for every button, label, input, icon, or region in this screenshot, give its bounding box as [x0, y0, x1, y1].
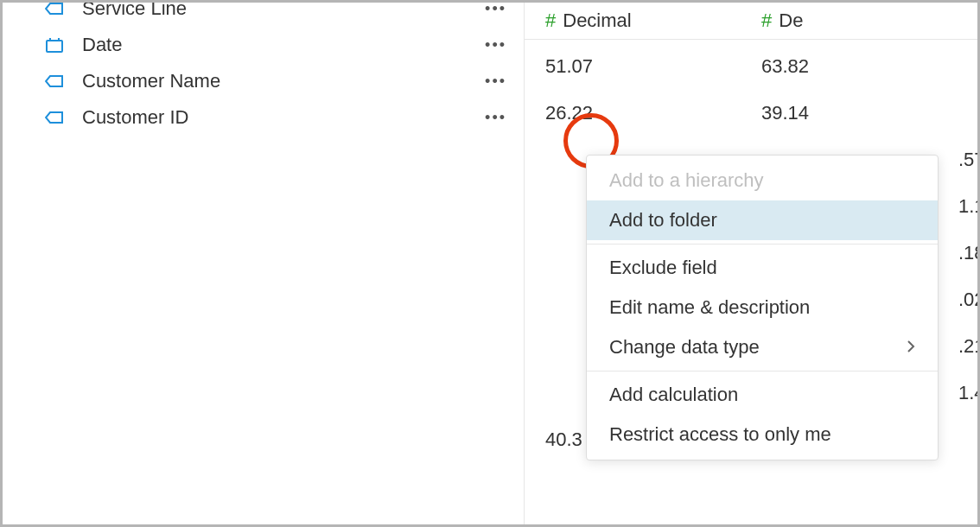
tag-icon: [44, 2, 65, 16]
svg-rect-0: [47, 41, 62, 52]
date-icon: [44, 37, 65, 53]
field-row-service-line[interactable]: Service Line •••: [13, 0, 513, 27]
menu-item-add-calculation[interactable]: Add calculation: [587, 375, 938, 415]
column-label: Decimal: [563, 10, 631, 32]
field-row-customer-name[interactable]: Customer Name •••: [13, 63, 513, 99]
field-actions-button[interactable]: •••: [478, 36, 513, 54]
field-actions-button[interactable]: •••: [478, 73, 513, 91]
menu-item-edit-name[interactable]: Edit name & description: [587, 288, 938, 327]
column-label: De: [779, 10, 803, 32]
table-row: 51.07 63.82: [525, 43, 977, 90]
menu-item-restrict-access[interactable]: Restrict access to only me: [587, 415, 938, 454]
column-header-decimal-1[interactable]: # Decimal: [545, 10, 761, 32]
menu-item-label: Restrict access to only me: [609, 423, 831, 446]
table-row: 26.22 39.14: [525, 90, 977, 137]
menu-item-label: Add to folder: [609, 209, 717, 232]
data-cell[interactable]: 63.82: [761, 50, 977, 83]
menu-separator: [587, 244, 938, 244]
menu-item-label: Exclude field: [609, 257, 717, 279]
field-actions-button[interactable]: •••: [478, 109, 513, 127]
column-header-decimal-2[interactable]: # De: [761, 10, 977, 32]
field-label: Customer ID: [82, 106, 478, 129]
context-menu: Add to a hierarchy Add to folder Exclude…: [586, 155, 939, 460]
menu-item-add-hierarchy: Add to a hierarchy: [587, 161, 938, 200]
field-label: Date: [82, 34, 478, 56]
data-cell[interactable]: 39.14: [761, 97, 977, 130]
menu-item-label: Add calculation: [609, 384, 738, 406]
menu-item-exclude-field[interactable]: Exclude field: [587, 248, 938, 288]
menu-item-label: Change data type: [609, 336, 760, 359]
field-label: Service Line: [82, 0, 478, 20]
field-actions-button[interactable]: •••: [478, 0, 513, 18]
menu-separator: [587, 371, 938, 371]
menu-item-label: Add to a hierarchy: [609, 169, 764, 192]
fields-sidebar: Service Line ••• Date ••• Customer Nam: [3, 3, 525, 524]
data-cell[interactable]: 51.07: [545, 50, 761, 83]
tag-icon: [44, 74, 65, 88]
field-row-customer-id[interactable]: Customer ID •••: [13, 99, 513, 136]
field-label: Customer Name: [82, 70, 478, 92]
data-cell[interactable]: 26.22: [545, 97, 761, 130]
tag-icon: [44, 111, 65, 124]
number-icon: #: [545, 10, 556, 32]
menu-item-label: Edit name & description: [609, 296, 810, 319]
field-row-date[interactable]: Date •••: [13, 27, 513, 63]
number-icon: #: [761, 10, 772, 32]
menu-item-change-data-type[interactable]: Change data type: [587, 327, 938, 367]
chevron-right-icon: [907, 336, 915, 359]
table-header: # Decimal # De: [525, 3, 977, 40]
menu-item-add-folder[interactable]: Add to folder: [587, 200, 938, 240]
